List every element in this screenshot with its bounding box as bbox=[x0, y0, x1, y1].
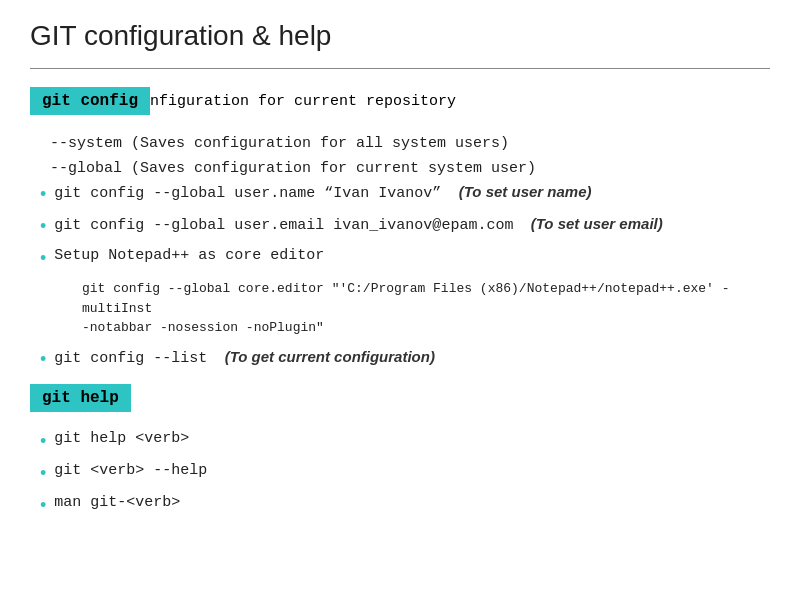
page-title: GIT configuration & help bbox=[30, 20, 770, 52]
bullet-config-list: • git config --list (To get current conf… bbox=[40, 348, 770, 370]
config-header-line: git config nfiguration for current repos… bbox=[30, 87, 770, 125]
global-option: --global (Saves configuration for curren… bbox=[40, 158, 770, 177]
bullet-verb-help: • git <verb> --help bbox=[40, 462, 770, 484]
bullet-useremail: • git config --global user.email ivan_iv… bbox=[40, 215, 770, 237]
bullet-dot-5: • bbox=[40, 431, 46, 452]
bullet-man-git-text: man git-<verb> bbox=[54, 494, 180, 511]
bullet-notepad: • Setup Notepad++ as core editor bbox=[40, 247, 770, 269]
git-help-badge: git help bbox=[30, 384, 131, 412]
bullet-useremail-text: git config --global user.email ivan_ivan… bbox=[54, 215, 662, 234]
config-header-suffix: nfiguration for current repository bbox=[150, 93, 456, 110]
code-line-2: -notabbar -nosession -noPlugin" bbox=[82, 320, 324, 335]
config-list-annotation: (To get current configuration) bbox=[216, 348, 435, 365]
git-config-badge: git config bbox=[30, 87, 150, 115]
bullet-dot-7: • bbox=[40, 495, 46, 516]
git-config-section: git config nfiguration for current repos… bbox=[30, 87, 770, 370]
bullet-dot-2: • bbox=[40, 216, 46, 237]
help-header-line: git help bbox=[30, 384, 770, 422]
bullet-help-verb: • git help <verb> bbox=[40, 430, 770, 452]
bullet-dot-1: • bbox=[40, 184, 46, 205]
page-container: GIT configuration & help git config nfig… bbox=[0, 0, 800, 550]
system-flag: --system bbox=[50, 135, 122, 152]
useremail-annotation: (To set user email) bbox=[522, 215, 662, 232]
global-option-text: --global (Saves configuration for curren… bbox=[50, 160, 536, 177]
notepad-code-block: git config --global core.editor "'C:/Pro… bbox=[82, 279, 770, 338]
global-description: (Saves configuration for current system … bbox=[131, 160, 536, 177]
system-option-text: --system (Saves configuration for all sy… bbox=[50, 135, 509, 152]
bullet-help-verb-text: git help <verb> bbox=[54, 430, 189, 447]
bullet-username-text: git config --global user.name “Ivan Ivan… bbox=[54, 183, 591, 202]
bullet-username: • git config --global user.name “Ivan Iv… bbox=[40, 183, 770, 205]
bullet-man-git: • man git-<verb> bbox=[40, 494, 770, 516]
system-option: --system (Saves configuration for all sy… bbox=[40, 133, 770, 152]
bullet-dot-4: • bbox=[40, 349, 46, 370]
bullet-dot-3: • bbox=[40, 248, 46, 269]
global-flag: --global bbox=[50, 160, 122, 177]
bullet-verb-help-text: git <verb> --help bbox=[54, 462, 207, 479]
bullet-dot-6: • bbox=[40, 463, 46, 484]
divider bbox=[30, 68, 770, 69]
bullet-notepad-text: Setup Notepad++ as core editor bbox=[54, 247, 324, 264]
username-annotation: (To set user name) bbox=[450, 183, 591, 200]
git-help-section: git help • git help <verb> • git <verb> … bbox=[30, 384, 770, 516]
code-line-1: git config --global core.editor "'C:/Pro… bbox=[82, 281, 730, 316]
bullet-config-list-text: git config --list (To get current config… bbox=[54, 348, 435, 367]
system-description: (Saves configuration for all system user… bbox=[131, 135, 509, 152]
